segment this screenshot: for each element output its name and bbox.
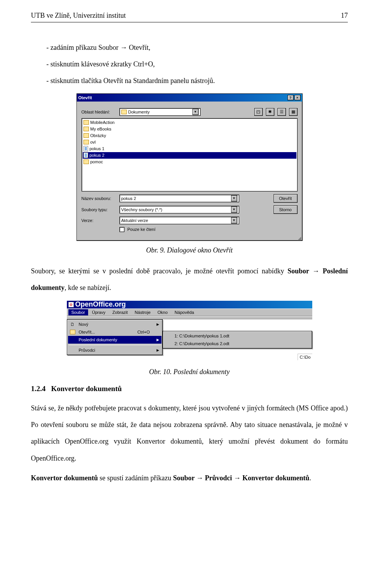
file-listbox[interactable]: MobileAction My eBooks Obrázky ovl pokus… — [82, 118, 298, 191]
figure-caption: Obr. 9. Dialogové okno Otevřít — [31, 246, 348, 254]
menu-item-new[interactable]: 🗋 Nový ▶ — [68, 320, 162, 328]
document-icon — [83, 146, 88, 151]
document-icon — [83, 153, 88, 158]
lookin-label: Oblast hledání: — [82, 110, 116, 114]
folder-icon — [83, 159, 89, 164]
submenu-arrow-icon: ▶ — [157, 322, 159, 326]
open-folder-icon — [70, 329, 76, 335]
filetype-combo[interactable]: Všechny soubory (*.*) ▼ — [119, 206, 239, 214]
bullet-item: - zadáním příkazu Soubor → Otevřít, — [46, 39, 348, 56]
list-item[interactable]: pokus 1 — [83, 146, 296, 152]
menu-shortcut: Ctrl+O — [137, 330, 150, 334]
readonly-label: Pouze ke čtení — [128, 227, 156, 232]
menu-separator — [69, 345, 161, 345]
folder-icon — [121, 110, 127, 114]
menu-tools[interactable]: Nástroje — [132, 309, 154, 315]
chevron-down-icon[interactable]: ▼ — [192, 109, 199, 115]
open-button[interactable]: Otevřít — [274, 194, 298, 203]
section-heading: 1.2.4 Konvertor dokumentů — [31, 385, 348, 393]
cancel-button[interactable]: Storno — [274, 205, 298, 214]
folder-icon — [83, 133, 89, 138]
filetype-label: Soubory typu: — [82, 207, 116, 212]
menu-item-wizards[interactable]: Průvodci ▶ — [68, 346, 162, 354]
lookin-value: Dokumenty — [128, 110, 150, 114]
header-title: UTB ve Zlíně, Univerzitní institut — [31, 12, 126, 20]
readonly-checkbox[interactable] — [119, 227, 124, 232]
resize-grip-icon[interactable]: ◢ — [77, 237, 302, 241]
dialog-titlebar[interactable]: Otevřít ? × — [77, 94, 302, 102]
chevron-down-icon[interactable]: ▼ — [231, 195, 237, 202]
bullet-item: - stisknutím tlačítka Otevřít na Standar… — [46, 73, 348, 89]
recent-doc-item[interactable]: 1: C:\Dokumenty\pokus 1.odt — [164, 332, 311, 340]
menu-window[interactable]: Okno — [155, 309, 171, 315]
submenu-arrow-icon: ▶ — [157, 348, 159, 352]
recent-documents-submenu: 1: C:\Dokumenty\pokus 1.odt 2: C:\Dokume… — [163, 331, 312, 349]
body-paragraph: Stává se, že někdy potřebujete pracovat … — [31, 400, 348, 467]
app-icon: ⊙ — [68, 302, 74, 307]
version-label: Verze: — [82, 218, 116, 223]
list-item[interactable]: My eBooks — [83, 126, 296, 132]
app-titlebar: ⊙ OpenOffice.org — [67, 301, 312, 308]
list-item[interactable]: pokus 2 — [83, 152, 296, 159]
list-item[interactable]: ovl — [83, 139, 296, 146]
open-dialog: Otevřít ? × Oblast hledání: Dokumenty ▼ … — [77, 93, 303, 241]
up-folder-icon[interactable]: ⮹ — [254, 108, 263, 116]
status-path-fragment: C:\Do — [298, 354, 312, 360]
new-file-icon: 🗋 — [70, 321, 76, 327]
header-rule — [31, 22, 348, 22]
app-title: OpenOffice.org — [75, 300, 126, 308]
help-icon[interactable]: ? — [288, 95, 294, 100]
folder-icon — [83, 140, 89, 144]
folder-icon — [83, 127, 89, 131]
toolbar-strip — [67, 316, 312, 319]
new-folder-icon[interactable]: ✱ — [266, 108, 274, 116]
menu-item-open[interactable]: Otevřít... Ctrl+O — [68, 328, 162, 336]
filename-input[interactable]: pokus 2 ▼ — [119, 195, 239, 202]
body-paragraph: Soubory, se kterými se v poslední době p… — [31, 263, 348, 296]
file-menu-dropdown: 🗋 Nový ▶ Otevřít... Ctrl+O Poslední doku… — [67, 319, 163, 355]
lookin-combo[interactable]: Dokumenty ▼ — [119, 108, 201, 116]
openoffice-menu-screenshot: ⊙ OpenOffice.org Soubor Úpravy Zobrazit … — [67, 301, 312, 363]
filename-label: Název souboru: — [82, 196, 116, 201]
menubar: Soubor Úpravy Zobrazit Nástroje Okno Náp… — [67, 308, 312, 316]
menu-help[interactable]: Nápověda — [172, 309, 197, 315]
page-header: UTB ve Zlíně, Univerzitní institut 17 — [31, 12, 348, 20]
menu-item-recent-documents[interactable]: Poslední dokumenty ▶ — [68, 336, 162, 344]
menu-file[interactable]: Soubor — [68, 309, 88, 315]
body-paragraph: Konvertor dokumentů se spustí zadáním př… — [31, 470, 348, 486]
submenu-arrow-icon: ▶ — [157, 338, 159, 342]
list-item[interactable]: Obrázky — [83, 132, 296, 139]
menu-view[interactable]: Zobrazit — [109, 309, 131, 315]
figure-caption: Obr. 10. Poslední dokumenty — [31, 368, 348, 376]
list-view-icon[interactable]: ☰ — [277, 108, 286, 116]
chevron-down-icon[interactable]: ▼ — [231, 207, 237, 213]
chevron-down-icon[interactable]: ▼ — [231, 217, 237, 224]
list-item[interactable]: MobileAction — [83, 119, 296, 126]
list-item[interactable]: pomoc — [83, 159, 296, 165]
bullet-item: - stisknutím klávesové zkratky Ctrl+O, — [46, 56, 348, 73]
dialog-title: Otevřít — [78, 95, 92, 100]
recent-doc-item[interactable]: 2: C:\Dokumenty\pokus 2.odt — [164, 340, 311, 347]
folder-icon — [83, 120, 89, 125]
version-combo[interactable]: Aktuální verze ▼ — [119, 217, 239, 224]
page-number: 17 — [341, 12, 348, 20]
menu-edit[interactable]: Úpravy — [89, 309, 109, 315]
close-icon[interactable]: × — [294, 95, 301, 100]
details-view-icon[interactable]: ▦ — [289, 108, 298, 116]
